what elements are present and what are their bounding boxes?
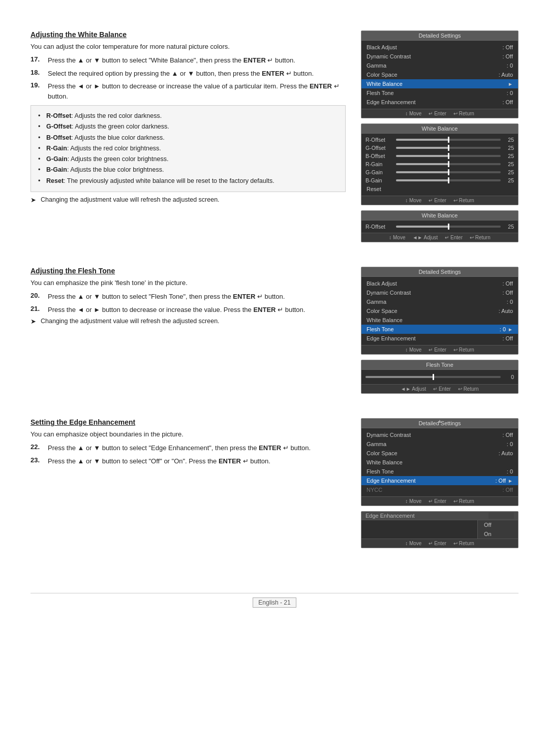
note-white-balance: ➤ Changing the adjustment value will ref… [30, 196, 346, 204]
slider-b-offset: B-Offset 25 [361, 152, 518, 160]
tv-row-dynamic-contrast-ft: Dynamic Contrast : Off [361, 288, 518, 297]
panel-flesh-tone-slider: Flesh Tone 0 ◄► Adjust ↵ Enter ↩ Return [361, 360, 518, 394]
intro-edge-enhancement: You can emphasize object boundaries in t… [30, 430, 346, 438]
heading-flesh-tone: Adjusting the Flesh Tone [30, 267, 346, 275]
bullet-g-gain: •G-Gain: Adjusts the green color brightn… [38, 154, 338, 165]
panel-edge-enhancement-options: Edge Enhancement Off On ↕ Move ↵ Enter [361, 511, 518, 548]
panel-footer-detailed-settings-ft: ↕ Move ↵ Enter ↩ Return [361, 345, 518, 354]
bullet-r-gain: •R-Gain: Adjusts the red color brightnes… [38, 143, 338, 154]
panel-title-white-balance-menu: White Balance [361, 124, 518, 134]
panel-body-white-balance-menu: R-Offset 25 G-Offset 25 [361, 134, 518, 196]
panel-white-balance-menu: White Balance R-Offset 25 G-Offset [361, 123, 518, 205]
panel-footer-detailed-settings-ee: ↕ Move ↵ Enter ↩ Return [361, 496, 518, 506]
intro-white-balance: You can adjust the color temperature for… [30, 43, 346, 50]
step-22-num: 22. [30, 443, 45, 451]
flesh-track [365, 376, 501, 378]
step-22: 22. Press the ▲ or ▼ button to select "E… [30, 443, 346, 453]
tv-row-color-space-ft: Color Space : Auto [361, 306, 518, 316]
tv-row-edge-enhancement-ft: Edge Enhancement : Off [361, 334, 518, 343]
step-17-text: Press the ▲ or ▼ button to select "White… [48, 55, 295, 66]
single-slider-r-offset: R-Offset 25 [365, 224, 514, 230]
step-20-text: Press the ▲ or ▼ button to select "Flesh… [48, 292, 285, 302]
tv-row-flesh-tone-ee: Flesh Tone : 0 [361, 467, 518, 476]
tv-row-dynamic-contrast: Dynamic Contrast : Off [361, 52, 518, 61]
bullet-b-gain: •B-Gain: Adjusts the blue color brightne… [38, 165, 338, 175]
panel-title-detailed-settings-wb: Detailed Settings [361, 31, 518, 41]
panel-header-edge-enhancement-options: Edge Enhancement [361, 512, 518, 520]
panel-detailed-settings-ft: Detailed Settings Black Adjust : Off Dyn… [361, 267, 518, 355]
option-on[interactable]: On [478, 529, 518, 539]
panel-title-white-balance-single: White Balance [361, 211, 518, 220]
section-flesh-tone: Adjusting the Flesh Tone You can emphasi… [30, 267, 518, 394]
tv-row-white-balance: White Balance ► [361, 79, 518, 88]
bullet-r-offset: •R-Offset: Adjusts the red color darknes… [38, 111, 338, 121]
step-18-text: Select the required option by pressing t… [48, 69, 314, 79]
tv-row-reset: Reset [361, 184, 518, 194]
panel-footer-detailed-settings-wb: ↕ Move ↵ Enter ↩ Return [361, 109, 518, 118]
step-18: 18. Select the required option by pressi… [30, 69, 346, 79]
step-17-num: 17. [30, 55, 45, 63]
tv-row-edge-enhancement-ee: Edge Enhancement : Off ► [361, 476, 518, 485]
panel-detailed-settings-ee: ▲ Detailed Settings Dynamic Contrast : O… [361, 418, 518, 506]
panel-body-edge-enhancement-options: Off On [361, 520, 518, 539]
slider-g-offset: G-Offset 25 [361, 144, 518, 152]
panel-body-white-balance-single: R-Offset 25 [361, 220, 518, 233]
flesh-slider-row: 0 [365, 374, 514, 380]
tv-row-edge-enhancement: Edge Enhancement : Off [361, 98, 518, 107]
section-right-flesh-tone: Detailed Settings Black Adjust : Off Dyn… [361, 267, 518, 394]
step-19-num: 19. [30, 81, 45, 89]
bullet-box-white-balance: •R-Offset: Adjusts the red color darknes… [30, 105, 346, 192]
tv-row-gamma-ft: Gamma : 0 [361, 297, 518, 306]
heading-white-balance: Adjusting the White Balance [30, 30, 346, 39]
tv-row-flesh-tone: Flesh Tone : 0 [361, 88, 518, 98]
section-white-balance: Adjusting the White Balance You can adju… [30, 30, 518, 242]
panel-body-flesh-tone-slider: 0 [361, 370, 518, 384]
tv-row-gamma: Gamma : 0 [361, 61, 518, 70]
slider-r-gain: R-Gain 25 [361, 160, 518, 168]
panel-footer-white-balance-single: ↕ Move ◄► Adjust ↵ Enter ↩ Return [361, 233, 518, 242]
section-right-edge-enhancement: ▲ Detailed Settings Dynamic Contrast : O… [361, 418, 518, 548]
intro-flesh-tone: You can emphasize the pink 'flesh tone' … [30, 279, 346, 287]
step-20-num: 20. [30, 292, 45, 299]
tv-row-black-adjust: Black Adjust : Off [361, 43, 518, 52]
step-23: 23. Press the ▲ or ▼ button to select "O… [30, 456, 346, 466]
step-23-text: Press the ▲ or ▼ button to select "Off" … [48, 456, 270, 466]
tv-row-black-adjust-ft: Black Adjust : Off [361, 279, 518, 288]
panel-footer-flesh-tone-slider: ◄► Adjust ↵ Enter ↩ Return [361, 384, 518, 393]
panel-footer-white-balance-menu: ↕ Move ↵ Enter ↩ Return [361, 196, 518, 205]
slider-r-offset: R-Offset 25 [361, 136, 518, 144]
section-left-white-balance: Adjusting the White Balance You can adju… [30, 30, 346, 242]
panel-footer-edge-enhancement-options: ↕ Move ↵ Enter ↩ Return [361, 539, 518, 548]
option-off[interactable]: Off [478, 520, 518, 529]
section-left-edge-enhancement: Setting the Edge Enhancement You can emp… [30, 418, 346, 548]
panel-white-balance-single: White Balance R-Offset 25 ↕ Move ◄► Adju… [361, 210, 518, 242]
step-19: 19. Press the ◄ or ► button to decrease … [30, 81, 346, 101]
tv-row-color-space-ee: Color Space : Auto [361, 449, 518, 458]
panel-title-flesh-tone-slider: Flesh Tone [361, 360, 518, 370]
tv-row-gamma-ee: Gamma : 0 [361, 439, 518, 449]
heading-edge-enhancement: Setting the Edge Enhancement [30, 418, 346, 426]
slider-track-r-offset [396, 139, 501, 141]
step-21-text: Press the ◄ or ► button to decrease or i… [48, 305, 305, 315]
bullet-g-offset: •G-Offset: Adjusts the green color darkn… [38, 121, 338, 132]
section-right-white-balance: Detailed Settings Black Adjust : Off Dyn… [361, 30, 518, 242]
step-19-text: Press the ◄ or ► button to decrease or i… [48, 81, 346, 101]
panel-title-detailed-settings-ee: ▲ Detailed Settings [361, 419, 518, 428]
note-flesh-tone: ➤ Changing the adjustment value will ref… [30, 318, 346, 325]
panel-body-detailed-settings-ee: Dynamic Contrast : Off Gamma : 0 Color S… [361, 428, 518, 496]
step-21: 21. Press the ◄ or ► button to decrease … [30, 305, 346, 315]
tv-row-nycc-ee: NYCC : Off [361, 485, 518, 494]
slider-b-gain: B-Gain 25 [361, 176, 518, 184]
step-20: 20. Press the ▲ or ▼ button to select "F… [30, 292, 346, 302]
tv-row-flesh-tone-ft: Flesh Tone : 0 ► [361, 325, 518, 334]
page-num-box: English - 21 [253, 597, 296, 608]
tv-row-white-balance-ft: White Balance [361, 316, 518, 325]
note-flesh-tone-text: Changing the adjustment value will refre… [41, 318, 220, 325]
panel-body-detailed-settings-ft: Black Adjust : Off Dynamic Contrast : Of… [361, 277, 518, 345]
section-left-flesh-tone: Adjusting the Flesh Tone You can emphasi… [30, 267, 346, 394]
page-number: English - 21 [30, 593, 518, 608]
step-22-text: Press the ▲ or ▼ button to select "Edge … [48, 443, 311, 453]
step-21-num: 21. [30, 305, 45, 312]
bullet-b-offset: •B-Offset: Adjusts the blue color darkne… [38, 133, 338, 143]
tv-row-color-space: Color Space : Auto [361, 70, 518, 79]
